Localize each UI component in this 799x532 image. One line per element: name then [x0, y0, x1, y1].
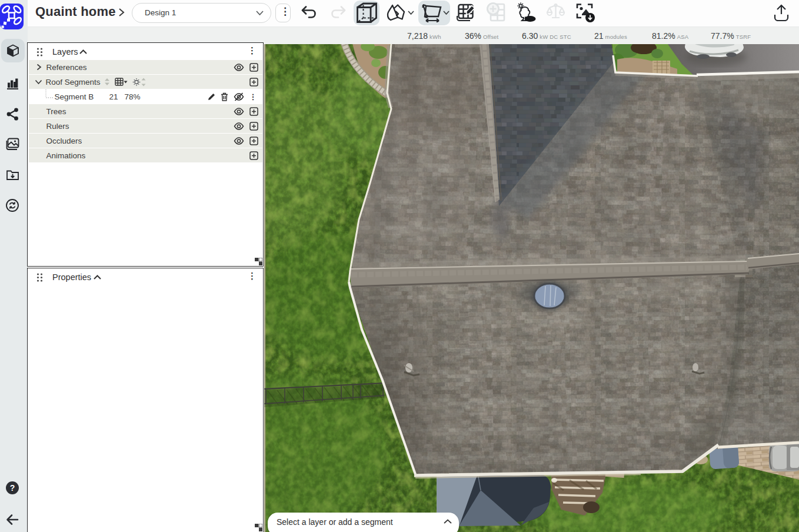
svg-text:?: ?: [10, 483, 15, 493]
